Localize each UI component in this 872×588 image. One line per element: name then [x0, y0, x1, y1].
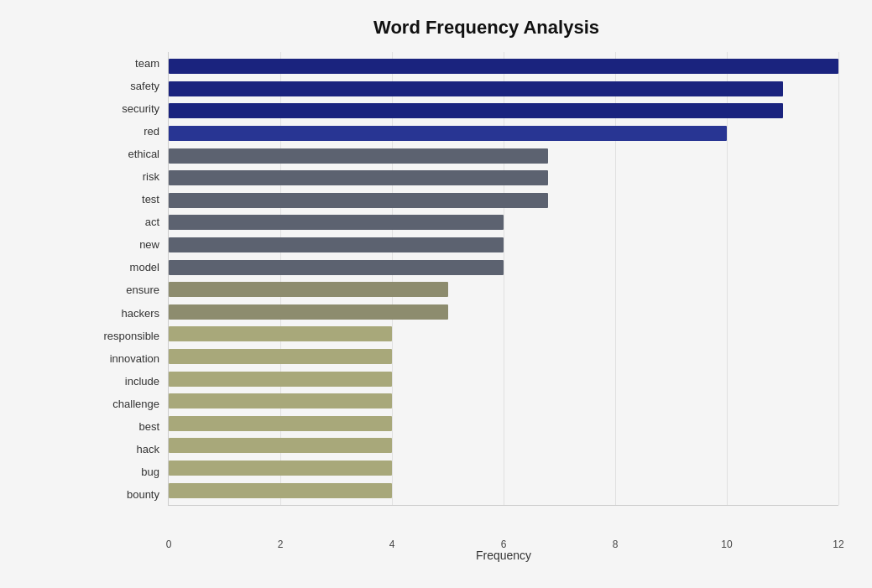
bar	[169, 59, 838, 74]
bar-row	[169, 258, 838, 277]
bar	[169, 81, 783, 96]
bar	[169, 483, 392, 498]
bar-row	[169, 147, 838, 165]
bar	[169, 349, 392, 364]
bar-row	[169, 191, 838, 210]
bar	[169, 126, 727, 141]
bar-row	[169, 169, 838, 187]
grid-line	[838, 52, 839, 505]
chart-title: Word Frequency Analysis	[84, 17, 838, 39]
bar-row	[169, 370, 838, 388]
bar	[169, 438, 392, 453]
bar	[169, 215, 504, 230]
bar-row	[169, 236, 838, 254]
y-label: new	[139, 234, 159, 256]
y-label: hackers	[121, 302, 159, 324]
y-label: ensure	[126, 279, 159, 301]
x-axis-label: Frequency	[169, 549, 838, 562]
chart-container: Word Frequency Analysis teamsafetysecuri…	[0, 0, 872, 588]
bar-row	[169, 303, 838, 321]
y-label: safety	[130, 75, 159, 97]
bar-row	[169, 459, 838, 477]
y-label: bug	[141, 461, 159, 482]
y-label: ethical	[128, 143, 159, 165]
bar	[169, 461, 392, 476]
bar	[169, 304, 448, 320]
y-label: innovation	[110, 347, 159, 369]
y-label: bounty	[127, 483, 159, 505]
bar	[169, 170, 548, 185]
bar-row	[169, 213, 838, 232]
y-label: best	[138, 415, 159, 437]
bar-row	[169, 436, 838, 455]
bar-row	[169, 80, 838, 98]
bar	[169, 372, 392, 387]
y-label: model	[130, 257, 159, 278]
y-label: test	[142, 189, 159, 211]
y-label: risk	[143, 166, 159, 188]
bar	[169, 260, 504, 275]
bar-row	[169, 57, 838, 75]
bar	[169, 237, 504, 252]
bar-row	[169, 101, 838, 120]
y-axis: teamsafetysecurityredethicalrisktestactn…	[84, 52, 168, 506]
bar-row	[169, 347, 838, 366]
y-label: hack	[137, 438, 159, 460]
bar-row	[169, 392, 838, 410]
bar	[169, 326, 392, 341]
y-label: act	[145, 211, 159, 233]
bar-row	[169, 280, 838, 299]
y-label: challenge	[112, 393, 159, 414]
bar-row	[169, 414, 838, 433]
bar	[169, 148, 548, 164]
bar-row	[169, 325, 838, 343]
bar-row	[169, 124, 838, 143]
y-label: responsible	[104, 325, 160, 346]
y-label: security	[122, 98, 159, 120]
bar	[169, 103, 783, 118]
bar	[169, 282, 448, 297]
bar	[169, 193, 548, 208]
chart-area: teamsafetysecurityredethicalrisktestactn…	[84, 52, 838, 506]
bar	[169, 416, 392, 431]
y-label: include	[125, 370, 159, 392]
plot-area: 024681012 Frequency	[168, 52, 838, 506]
y-label: team	[135, 53, 159, 75]
y-label: red	[144, 121, 159, 143]
bar	[169, 393, 392, 408]
bar-row	[169, 481, 838, 500]
